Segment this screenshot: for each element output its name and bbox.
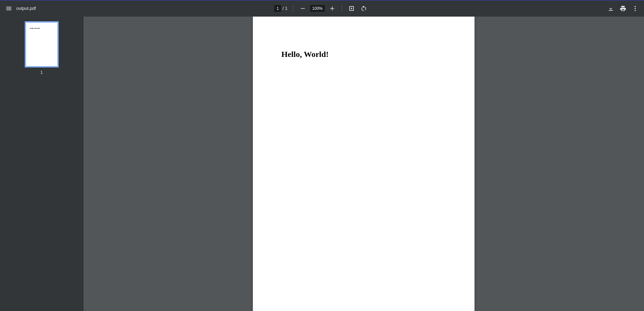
download-icon bbox=[607, 5, 614, 12]
page-number-input[interactable] bbox=[274, 5, 281, 12]
pdf-viewer-app: output.pdf / 1 100% bbox=[0, 0, 644, 311]
more-vert-icon bbox=[632, 5, 639, 12]
page-separator: / bbox=[281, 6, 285, 11]
more-actions-button[interactable] bbox=[629, 2, 641, 15]
toolbar-center: / 1 100% bbox=[274, 0, 370, 16]
document-canvas[interactable]: Hello, World! bbox=[83, 17, 644, 311]
toolbar-divider bbox=[342, 5, 342, 12]
viewer-body: Hello, World! 1 Hello, World! bbox=[0, 16, 644, 311]
svg-point-0 bbox=[635, 6, 636, 7]
fit-to-page-button[interactable] bbox=[345, 2, 358, 15]
print-button[interactable] bbox=[617, 2, 629, 15]
svg-point-1 bbox=[635, 8, 636, 9]
zoom-out-button[interactable] bbox=[297, 2, 309, 15]
plus-icon bbox=[329, 5, 336, 12]
thumbnail-label: 1 bbox=[40, 70, 43, 75]
page-total: 1 bbox=[285, 6, 289, 11]
toolbar-left: output.pdf bbox=[0, 0, 36, 16]
print-icon bbox=[620, 5, 626, 12]
minus-icon bbox=[299, 5, 306, 12]
document-heading: Hello, World! bbox=[281, 50, 329, 59]
toolbar: output.pdf / 1 100% bbox=[0, 0, 644, 16]
rotate-ccw-icon bbox=[360, 5, 367, 12]
document-page: Hello, World! bbox=[253, 17, 475, 311]
zoom-in-button[interactable] bbox=[326, 2, 338, 15]
rotate-button[interactable] bbox=[358, 2, 370, 15]
document-filename: output.pdf bbox=[16, 6, 36, 11]
thumbnail-sidebar: Hello, World! 1 bbox=[0, 17, 83, 311]
page-thumbnail[interactable]: Hello, World! bbox=[25, 21, 59, 67]
menu-button[interactable] bbox=[3, 2, 15, 15]
fit-to-page-icon bbox=[348, 5, 355, 12]
menu-icon bbox=[5, 5, 12, 12]
zoom-level[interactable]: 100% bbox=[310, 5, 325, 12]
download-button[interactable] bbox=[605, 2, 617, 15]
thumbnail-preview-text: Hello, World! bbox=[30, 27, 40, 29]
toolbar-right bbox=[605, 0, 641, 16]
toolbar-divider bbox=[293, 5, 293, 12]
svg-point-2 bbox=[635, 10, 636, 11]
